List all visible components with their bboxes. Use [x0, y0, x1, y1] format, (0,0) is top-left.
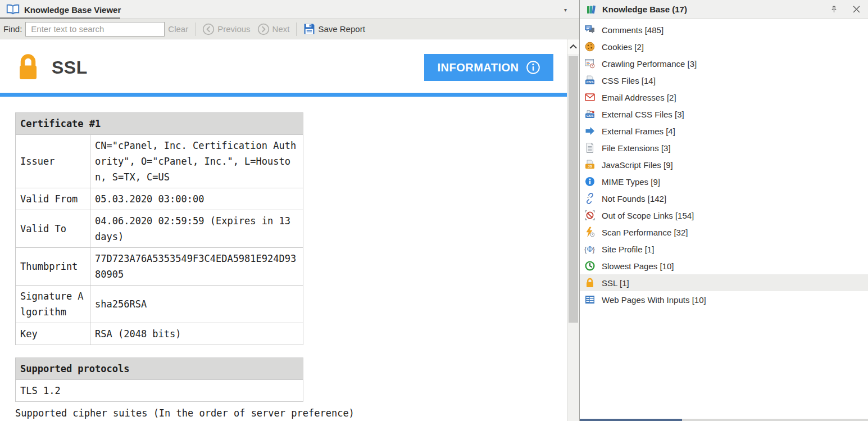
toolbar-separator: [296, 22, 297, 36]
broken-link-icon: [584, 193, 596, 204]
sidebar-item-label: Site Profile [1]: [602, 245, 654, 254]
lock-icon: [16, 53, 40, 82]
sidebar-item-label: Not Founds [142]: [602, 194, 666, 203]
sidebar-item-label: Email Addresses [2]: [602, 93, 676, 102]
slowest-pages-icon: [584, 260, 596, 271]
information-button[interactable]: INFORMATION: [424, 54, 553, 81]
svg-text:{: {: [584, 245, 587, 253]
sidebar-item-label: Scan Performance [32]: [602, 228, 688, 237]
sidebar-item-label: SSL [1]: [602, 278, 629, 288]
sidebar-header: Knowledge Base (17): [580, 0, 868, 19]
table-row: Thumbprint 77D723A76A5353549F3C4EDA5981E…: [16, 248, 303, 286]
next-section-header: Supported cipher suites (In the order of…: [15, 408, 567, 419]
scrollbar-track[interactable]: [567, 54, 579, 421]
find-label: Find:: [3, 24, 22, 34]
protocol-value: TLS 1.2: [16, 380, 303, 402]
chevron-down-icon[interactable]: ▾: [564, 7, 567, 13]
external-frames-icon: [584, 125, 596, 137]
row-label: Thumbprint: [16, 248, 90, 286]
scrollbar-thumb[interactable]: [569, 56, 578, 323]
find-toolbar: Find: Clear Previous Next S: [0, 19, 579, 39]
sidebar-item-slowest-pages[interactable]: Slowest Pages [10]: [580, 257, 868, 274]
svg-text:JS: JS: [588, 164, 592, 168]
table-row: TLS 1.2: [16, 380, 303, 402]
sidebar-item-external-css-files[interactable]: CSS External CSS Files [3]: [580, 106, 868, 123]
sidebar-item-site-profile[interactable]: {} Site Profile [1]: [580, 241, 868, 257]
sidebar-item-ssl[interactable]: SSL [1]: [580, 274, 868, 291]
vertical-scrollbar: [567, 39, 579, 421]
close-icon[interactable]: [853, 6, 860, 13]
next-button[interactable]: Next: [254, 21, 293, 38]
row-label: Valid From: [16, 188, 90, 210]
sidebar-item-out-of-scope-links[interactable]: Out of Scope Links [154]: [580, 207, 868, 224]
sidebar-item-label: External Frames [4]: [602, 126, 675, 136]
certificate-table-header: Certificate #1: [16, 113, 303, 135]
clear-button[interactable]: Clear: [165, 21, 192, 38]
protocols-table-header: Supported protocols: [16, 358, 303, 380]
table-row: Valid From 05.03.2020 03:00:00: [16, 188, 303, 210]
scroll-up-button[interactable]: [567, 39, 579, 54]
ssl-lock-icon: [584, 277, 596, 288]
sidebar-item-cookies[interactable]: Cookies [2]: [580, 38, 868, 55]
titlebar: Knowledge Base Viewer ▾: [0, 0, 579, 19]
scan-performance-icon: [584, 227, 596, 238]
sidebar-item-css-files[interactable]: CSS CSS Files [14]: [580, 72, 868, 89]
active-tab-underline: [0, 17, 120, 19]
sidebar-item-web-pages-with-inputs[interactable]: Web Pages With Inputs [10]: [580, 291, 868, 308]
knowledge-base-viewer-window: Knowledge Base Viewer ▾ Find: Clear Prev…: [0, 0, 868, 421]
horizontal-scrollbar-thumb[interactable]: [580, 419, 682, 421]
email-icon: [584, 92, 596, 103]
horizontal-scrollbar[interactable]: [580, 419, 868, 421]
sidebar-item-crawling-performance[interactable]: Crawling Performance [3]: [580, 55, 868, 72]
comments-icon: [584, 24, 596, 35]
sidebar-item-comments[interactable]: Comments [485]: [580, 21, 868, 38]
svg-text:CSS: CSS: [587, 114, 594, 117]
row-label: Key: [16, 323, 90, 345]
sidebar-item-label: Web Pages With Inputs [10]: [602, 295, 706, 305]
previous-button[interactable]: Previous: [199, 21, 253, 38]
search-input[interactable]: [25, 22, 165, 37]
row-value: RSA (2048 bits): [90, 323, 303, 345]
next-arrow-icon: [257, 23, 270, 35]
sidebar-item-label: CSS Files [14]: [602, 76, 656, 85]
row-label: Issuer: [16, 135, 90, 188]
sidebar-item-label: Out of Scope Links [154]: [602, 211, 694, 220]
table-row: Signature Algorithm sha256RSA: [16, 286, 303, 323]
sidebar-item-javascript-files[interactable]: JS JavaScript Files [9]: [580, 156, 868, 173]
sidebar-item-file-extensions[interactable]: File Extensions [3]: [580, 139, 868, 156]
pin-icon[interactable]: [830, 5, 838, 13]
previous-arrow-icon: [202, 23, 215, 35]
svg-text:}: }: [593, 245, 596, 253]
sidebar-item-label: Slowest Pages [10]: [602, 261, 674, 271]
sidebar-item-email-addresses[interactable]: Email Addresses [2]: [580, 89, 868, 106]
books-icon: [585, 4, 597, 15]
previous-label: Previous: [217, 24, 250, 34]
row-label: Signature Algorithm: [16, 286, 90, 323]
save-report-button[interactable]: Save Report: [300, 21, 368, 38]
svg-text:CSS: CSS: [587, 80, 594, 84]
info-icon: [526, 60, 540, 75]
sidebar-item-label: MIME Types [9]: [602, 177, 660, 187]
sidebar-item-external-frames[interactable]: External Frames [4]: [580, 123, 868, 139]
row-value: 05.03.2020 03:00:00: [90, 188, 303, 210]
chevron-up-icon: [570, 44, 577, 49]
sidebar-item-label: Cookies [2]: [602, 42, 644, 52]
sidebar-item-scan-performance[interactable]: Scan Performance [32]: [580, 224, 868, 241]
knowledge-base-sidebar: Knowledge Base (17) Comments [485] Cook: [579, 0, 868, 421]
page-title: SSL: [52, 57, 88, 78]
toolbar-separator: [195, 22, 196, 36]
sidebar-title: Knowledge Base (17): [602, 4, 687, 14]
file-extensions-icon: [584, 142, 596, 153]
row-value: 77D723A76A5353549F3C4EDA5981E924D9380905: [90, 248, 303, 286]
sidebar-item-not-founds[interactable]: Not Founds [142]: [580, 190, 868, 207]
row-label: Valid To: [16, 210, 90, 248]
sidebar-item-label: Crawling Performance [3]: [602, 59, 697, 69]
next-label: Next: [272, 24, 290, 34]
save-icon: [303, 23, 315, 35]
sidebar-item-mime-types[interactable]: MIME Types [9]: [580, 173, 868, 190]
protocols-table: Supported protocols TLS 1.2: [15, 357, 303, 402]
ssl-report-content: SSL INFORMATION Certificate #1: [0, 39, 567, 421]
table-row: Key RSA (2048 bits): [16, 323, 303, 345]
sidebar-item-label: JavaScript Files [9]: [602, 160, 673, 170]
js-file-icon: JS: [584, 159, 596, 170]
